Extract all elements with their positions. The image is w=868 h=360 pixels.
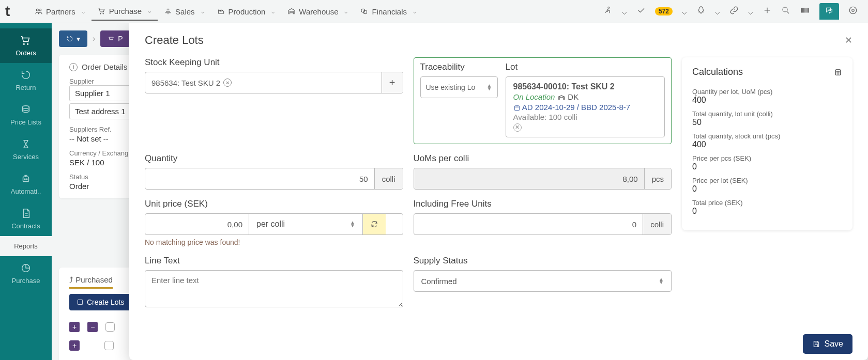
uoms-field [414,168,644,189]
traceability-select[interactable]: Use existing Lo ▲▼ [420,76,498,98]
main-content: ▾ › P i Order Details Supplier Supplier … [52,23,868,360]
sidebar-price-lists[interactable]: Price Lists [0,98,52,132]
sidebar-label: Orders [16,49,36,57]
refresh-price-button[interactable] [362,214,386,234]
svg-point-10 [24,179,25,180]
link-icon[interactable] [729,6,739,17]
warehouse-icon [557,95,566,101]
running-icon[interactable] [603,6,613,17]
chevron-down-icon: ⌵ [82,8,85,15]
chevron-down-icon: ⌵ [344,8,348,15]
chevron-down-icon[interactable]: ⌵ [715,7,720,17]
lot-available: Available: 100 colli [513,113,658,121]
svg-point-11 [26,179,27,180]
svg-point-4 [608,7,610,8]
partners-icon [35,7,43,15]
supply-status-label: Supply Status [414,256,672,266]
sidebar-label: Return [16,84,36,91]
sort-icon: ▲▼ [659,278,664,284]
modal-title: Create Lots [145,34,204,47]
sort-icon: ▲▼ [350,221,355,227]
uoms-unit: pcs [644,168,671,189]
line-text-input[interactable] [145,270,403,307]
sidebar-label: Services [13,153,39,161]
supply-status-select[interactable]: Confirmed ▲▼ [414,270,672,292]
clear-lot-icon[interactable]: ✕ [513,123,522,132]
return-icon [20,69,32,81]
save-icon [812,340,820,348]
sidebar-label: Purchase [12,277,40,285]
barcode-icon[interactable] [800,6,810,17]
svg-point-0 [36,9,38,11]
nav-production[interactable]: Production ⌵ [211,3,282,20]
nav-financials[interactable]: Financials ⌵ [354,3,423,20]
nav-label: Partners [46,7,75,16]
sidebar-return[interactable]: Return [0,63,52,98]
calculations-title: Calculations [692,67,743,77]
nav-label: Sales [175,7,195,16]
unit-price-field[interactable] [145,214,249,234]
sidebar-label: Reports [14,242,38,250]
chevron-down-icon[interactable]: ⌵ [682,7,687,17]
plus-icon[interactable] [763,6,772,17]
sidebar-services[interactable]: Services [0,132,52,167]
quantity-field[interactable] [145,168,374,189]
free-units-unit: colli [643,214,671,234]
sidebar-contracts[interactable]: Contracts [0,201,52,236]
search-icon[interactable] [781,6,790,17]
nav-label: Financials [372,7,407,16]
sidebar-reports[interactable]: Reports [0,236,52,256]
sidebar-purchase[interactable]: Purchase [0,256,52,291]
svg-point-7 [849,7,857,14]
chevron-down-icon[interactable]: ⌵ [748,7,753,17]
free-units-field[interactable] [414,214,643,234]
production-icon [217,7,225,15]
hourglass-icon [20,138,32,150]
sidebar-automation[interactable]: Automati.. [0,167,52,201]
lot-location-text: On Location [513,92,555,101]
check-icon[interactable] [636,6,646,17]
chevron-down-icon: ⌵ [148,8,151,14]
rocket-icon[interactable] [696,6,706,17]
pie-icon [20,262,32,274]
lot-title: 985634-00010: Test SKU 2 [513,82,658,91]
add-sku-button[interactable]: + [382,72,403,93]
notification-badge[interactable]: 572 [655,7,673,15]
clear-sku-icon[interactable]: ✕ [223,79,232,87]
nav-label: Purchase [109,7,142,15]
svg-point-1 [39,9,41,11]
sku-label: Stock Keeping Unit [145,57,403,68]
lot-location-code: DK [568,92,578,101]
chevron-down-icon: ⌵ [201,8,205,15]
chevron-down-icon: ⌵ [413,8,417,15]
financials-icon [360,7,369,15]
chat-icon[interactable] [819,3,839,20]
chevron-down-icon[interactable]: ⌵ [622,7,627,17]
settings-icon[interactable] [848,6,858,17]
lot-info-box[interactable]: 985634-00010: Test SKU 2 On Location DK [506,76,665,137]
quantity-unit: colli [374,168,403,189]
unit-price-input[interactable]: per colli ▲▼ [145,213,403,235]
nav-sales[interactable]: Sales ⌵ [158,3,211,20]
nav-label: Warehouse [299,7,338,16]
close-button[interactable]: ✕ [845,35,852,46]
sidebar-label: Price Lists [10,118,41,126]
nav-warehouse[interactable]: Warehouse ⌵ [281,3,354,20]
sidebar-orders[interactable]: Orders [0,28,52,63]
sidebar-label: Automati.. [11,187,41,195]
uoms-input: pcs [414,168,672,190]
nav-purchase[interactable]: Purchase ⌵ [92,3,158,21]
line-text-label: Line Text [145,256,403,266]
lot-label: Lot [506,62,665,72]
free-units-label: Including Free Units [414,199,672,209]
nav-partners[interactable]: Partners ⌵ [28,3,92,20]
calculator-icon[interactable] [834,68,842,76]
chevron-down-icon: ⌵ [271,8,275,15]
sku-input-group[interactable]: 985634: Test SKU 2 ✕ + [145,72,403,93]
cart-icon [98,7,106,15]
app-logo[interactable]: t [5,3,21,20]
unit-price-per-select[interactable]: per colli ▲▼ [249,214,362,234]
free-units-input[interactable]: colli [414,213,672,235]
quantity-input[interactable]: colli [145,168,403,190]
save-button[interactable]: Save [803,334,852,354]
